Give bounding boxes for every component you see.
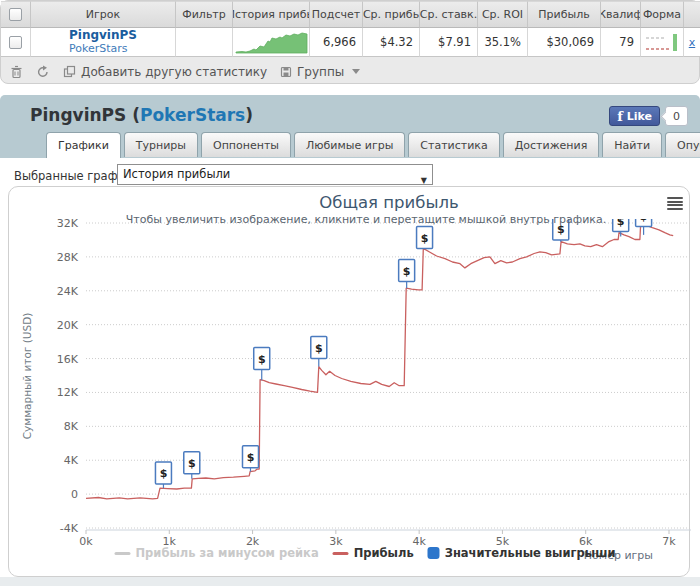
svg-text:32K: 32K — [57, 217, 79, 230]
copy-icon — [63, 65, 76, 78]
col-actions — [684, 1, 700, 28]
legend-line-swatch — [333, 552, 349, 555]
title-site: PokerStars — [140, 105, 245, 125]
title-paren-close: ) — [245, 105, 253, 125]
svg-text:$: $ — [403, 265, 411, 278]
win-flag-10 — [636, 204, 652, 226]
tab-8[interactable]: Опубликовать — [665, 132, 700, 157]
add-statistic-label: Добавить другую статистику — [81, 65, 267, 79]
svg-text:$: $ — [421, 232, 429, 245]
svg-text:$: $ — [640, 210, 648, 223]
add-statistic-button[interactable]: Добавить другую статистику — [63, 65, 267, 79]
form-cell — [641, 28, 684, 57]
delete-icon[interactable] — [10, 65, 23, 79]
svg-text:20K: 20K — [57, 319, 79, 332]
svg-text:8K: 8K — [64, 420, 79, 433]
svg-text:$: $ — [247, 451, 255, 464]
groups-icon — [280, 66, 292, 78]
svg-text:$: $ — [188, 457, 196, 470]
col-form[interactable]: Форма — [641, 1, 684, 28]
col-filter[interactable]: Фильтр — [176, 1, 233, 28]
tab-6[interactable]: Достижения — [503, 132, 600, 157]
tab-4[interactable]: Любимые игры — [294, 132, 405, 157]
legend-label: Прибыль — [354, 546, 414, 560]
col-count[interactable]: Подсчет — [310, 1, 363, 28]
table-toolbar: Добавить другую статистику Группы — [1, 58, 700, 85]
tab-7[interactable]: Найти — [602, 132, 662, 157]
facebook-icon: f — [617, 109, 623, 124]
profile-tabs: ГрафикиТурнирыОппонентыЛюбимые игрыСтати… — [46, 132, 700, 158]
legend-line-swatch — [114, 552, 130, 555]
col-avg-stake[interactable]: Ср. ставк. — [420, 1, 478, 28]
legend-flag-swatch — [428, 547, 440, 559]
avg-profit-cell: $4.32 — [363, 28, 420, 57]
col-select — [1, 1, 31, 28]
form-sparkline — [643, 31, 682, 54]
profile-band: PingvinPS (PokerStars) f Like 0 ГрафикиТ… — [0, 95, 700, 158]
svg-text:12K: 12K — [57, 386, 79, 399]
remove-cell: x — [684, 28, 700, 57]
title-paren-open: ( — [126, 105, 140, 125]
svg-text:24K: 24K — [57, 285, 79, 298]
col-qualif[interactable]: Квалиф — [601, 1, 641, 28]
col-avg-profit[interactable]: Ср. прибь — [363, 1, 420, 28]
legend-label: Значительные выигрыши — [445, 546, 616, 560]
svg-text:0: 0 — [71, 488, 78, 501]
legend-label: Прибыль за минусом рейка — [135, 546, 318, 560]
legend-item-3[interactable]: Значительные выигрыши — [428, 546, 616, 560]
svg-text:16K: 16K — [57, 353, 79, 366]
tab-2[interactable]: Турниры — [124, 132, 198, 157]
avg-roi-cell: 35.1% — [478, 28, 528, 57]
col-avg-roi[interactable]: Ср. ROI — [478, 1, 528, 28]
facebook-like-button[interactable]: f Like — [609, 106, 660, 126]
profit-cell: $30,069 — [528, 28, 601, 57]
groups-label: Группы — [297, 65, 344, 79]
filter-cell — [176, 28, 233, 57]
svg-text:$: $ — [258, 353, 266, 366]
groups-caret-icon — [352, 69, 360, 74]
player-cell[interactable]: PingvinPS PokerStars — [31, 28, 176, 57]
chart-type-select[interactable]: История прибыли ▼ — [117, 164, 433, 185]
count-cell: 6,966 — [310, 28, 363, 57]
groups-button[interactable]: Группы — [280, 65, 360, 79]
y-axis-title: Суммарный итог (USD) — [21, 313, 33, 440]
svg-text:$: $ — [160, 467, 168, 480]
stats-panel: Игрок Фильтр История прибы Подсчет Ср. п… — [0, 0, 700, 84]
player-name[interactable]: PingvinPS — [69, 29, 137, 42]
chart-subtitle: Чтобы увеличить изображение, кликните и … — [126, 213, 606, 226]
title-player: PingvinPS — [30, 105, 126, 125]
svg-text:4K: 4K — [64, 454, 79, 467]
tab-5[interactable]: Статистика — [408, 132, 499, 157]
remove-link[interactable]: x — [689, 36, 696, 49]
svg-text:7k: 7k — [662, 535, 676, 548]
tab-3[interactable]: Оппоненты — [201, 132, 291, 157]
facebook-like-label: Like — [627, 110, 652, 123]
profit-history-cell — [233, 28, 310, 57]
svg-text:$: $ — [617, 215, 625, 228]
refresh-icon[interactable] — [36, 65, 50, 79]
svg-text:28K: 28K — [57, 251, 79, 264]
legend-item-2[interactable]: Прибыль — [333, 546, 414, 560]
svg-text:$: $ — [315, 342, 323, 355]
chart-type-selected-value: История прибыли — [123, 167, 230, 181]
legend-item-1[interactable]: Прибыль за минусом рейка — [114, 546, 318, 560]
results-table: Игрок Фильтр История прибы Подсчет Ср. п… — [1, 1, 700, 58]
col-profit[interactable]: Прибыль — [528, 1, 601, 28]
row-checkbox[interactable] — [9, 36, 22, 49]
page-bottom-strip — [0, 577, 700, 586]
tab-1[interactable]: Графики — [46, 132, 121, 158]
chart-menu-icon[interactable] — [667, 197, 683, 210]
profit-chart-plot[interactable]: -4K04K8K12K16K20K24K28K32K0k1k2k3k4k5k6k… — [9, 187, 691, 577]
chart-title: Общая прибыль — [319, 193, 458, 212]
col-player[interactable]: Игрок — [31, 1, 176, 28]
col-profit-history[interactable]: История прибы — [233, 1, 310, 28]
svg-text:0k: 0k — [79, 535, 93, 548]
qualif-cell: 79 — [601, 28, 641, 57]
svg-text:-4K: -4K — [60, 522, 79, 535]
facebook-like-widget: f Like 0 — [609, 106, 688, 126]
player-site: PokerStars — [69, 42, 128, 55]
select-all-checkbox[interactable] — [9, 8, 22, 21]
avg-stake-cell: $7.91 — [420, 28, 478, 57]
chart-card: -4K04K8K12K16K20K24K28K32K0k1k2k3k4k5k6k… — [8, 186, 690, 577]
row-select-cell — [1, 28, 31, 57]
